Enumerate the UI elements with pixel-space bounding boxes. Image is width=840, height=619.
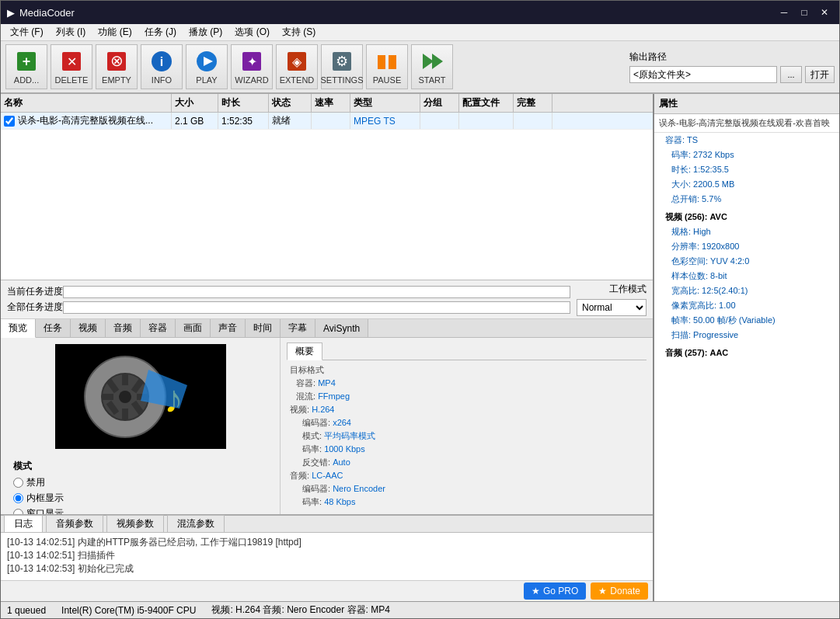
- col-header-type: 类型: [350, 94, 420, 112]
- prop-profile: 规格: High: [654, 224, 839, 239]
- mode-window-radio[interactable]: [13, 509, 23, 514]
- menu-options[interactable]: 选项 (O): [228, 24, 276, 40]
- add-button[interactable]: + ADD...: [5, 44, 47, 89]
- wizard-label: WIZARD: [235, 75, 268, 85]
- log-entry-1: [10-13 14:02:51] 内建的HTTP服务器已经启动, 工作于端口19…: [7, 536, 647, 549]
- log-entry-3: [10-13 14:02:53] 初始化已完成: [7, 562, 647, 576]
- file-checkbox[interactable]: [4, 116, 15, 127]
- output-browse-button[interactable]: ...: [780, 66, 802, 83]
- maximize-button[interactable]: □: [796, 4, 813, 21]
- mode-disabled-label: 禁用: [26, 476, 45, 489]
- summary-panel: 概要 目标格式 容器: MP4 混流:: [281, 338, 653, 514]
- svg-rect-16: [378, 55, 385, 69]
- tab-video[interactable]: 视频: [71, 319, 106, 337]
- summary-audio-encoder-value: Nero Encoder: [333, 484, 385, 493]
- tab-subtitle[interactable]: 字幕: [281, 319, 315, 337]
- add-label: ADD...: [14, 75, 39, 85]
- extend-button[interactable]: ◈ EXTEND: [276, 44, 318, 89]
- target-format-label: 目标格式: [290, 365, 324, 374]
- log-area: 日志 音频参数 视频参数 混流参数 [10-13 14:02:51] 内建的HT…: [1, 514, 653, 601]
- mode-inframe-radio[interactable]: [13, 493, 23, 503]
- col-header-complete: 完整: [514, 94, 552, 112]
- menu-function[interactable]: 功能 (E): [92, 24, 138, 40]
- minimize-button[interactable]: ─: [776, 4, 793, 21]
- output-path-input[interactable]: [629, 66, 777, 83]
- col-header-name: 名称: [1, 94, 172, 112]
- tab-time[interactable]: 时间: [246, 319, 281, 337]
- tab-task[interactable]: 任务: [36, 319, 71, 337]
- svg-text:⚙: ⚙: [336, 54, 348, 69]
- summary-arc-label: 反交错:: [302, 457, 330, 467]
- close-button[interactable]: ✕: [816, 4, 833, 21]
- work-mode-section: 工作模式 Normal Batch Watch: [577, 283, 647, 316]
- col-header-speed: 速率: [312, 94, 350, 112]
- mode-disabled-radio[interactable]: [13, 478, 23, 488]
- col-header-size: 大小: [172, 94, 218, 112]
- menu-task[interactable]: 任务 (J): [138, 24, 183, 40]
- total-progress-label: 全部任务进度: [7, 301, 60, 314]
- log-tab-video-params[interactable]: 视频参数: [106, 515, 164, 532]
- log-tab-mux-params[interactable]: 混流参数: [167, 515, 225, 532]
- start-button[interactable]: START: [411, 44, 453, 89]
- play-button[interactable]: PLAY: [186, 44, 228, 89]
- tab-audio[interactable]: 音频: [106, 319, 141, 337]
- prop-audio-section: 音频 (257): AAC: [654, 346, 839, 360]
- app-icon: ▶: [7, 7, 15, 19]
- settings-icon: ⚙: [329, 49, 354, 74]
- menu-play[interactable]: 播放 (P): [183, 24, 228, 40]
- settings-label: SETTINGS: [321, 75, 364, 85]
- pause-button[interactable]: PAUSE: [366, 44, 408, 89]
- delete-label: DELETE: [55, 75, 89, 85]
- col-header-duration: 时长: [218, 94, 269, 112]
- empty-button[interactable]: ⊗ EMPTY: [96, 44, 138, 89]
- tab-preview[interactable]: 预览: [1, 319, 36, 338]
- svg-text:✕: ✕: [67, 55, 77, 68]
- log-content: [10-13 14:02:51] 内建的HTTP服务器已经启动, 工作于端口19…: [1, 533, 653, 580]
- prop-size: 大小: 2200.5 MB: [654, 177, 839, 192]
- summary-audio-bitrate-value: 48 Kbps: [324, 497, 355, 506]
- play-label: PLAY: [196, 75, 217, 85]
- file-config-cell: [459, 113, 514, 129]
- summary-video-section: 视频:: [290, 405, 309, 414]
- tab-container[interactable]: 容器: [141, 319, 176, 337]
- log-tab-audio-params[interactable]: 音频参数: [46, 515, 103, 532]
- info-icon: i: [149, 49, 174, 74]
- summary-video-encoder-value: x264: [333, 418, 351, 427]
- svg-rect-17: [389, 55, 396, 69]
- summary-arc-value: Auto: [333, 457, 350, 467]
- tab-sound[interactable]: 声音: [211, 319, 246, 337]
- donate-star-icon: ★: [598, 586, 607, 596]
- svg-text:i: i: [160, 55, 163, 68]
- menu-file[interactable]: 文件 (F): [4, 24, 50, 40]
- start-label: START: [418, 75, 445, 85]
- wizard-button[interactable]: ✦ WIZARD: [231, 44, 273, 89]
- gopro-button[interactable]: ★ Go PRO: [524, 582, 586, 600]
- settings-button[interactable]: ⚙ SETTINGS: [321, 44, 363, 89]
- menu-list[interactable]: 列表 (I): [50, 24, 92, 40]
- file-duration-cell: 1:52:35: [218, 113, 269, 129]
- svg-text:✦: ✦: [247, 55, 257, 68]
- tab-avisynth[interactable]: AviSynth: [315, 319, 368, 337]
- status-queued: 1 queued: [7, 605, 46, 616]
- summary-tab[interactable]: 概要: [287, 343, 322, 360]
- summary-video-bitrate-label: 码率:: [302, 444, 322, 454]
- table-row[interactable]: 误杀-电影-高清完整版视频在线... 2.1 GB 1:52:35 就绪 MPE…: [1, 113, 653, 130]
- wizard-icon: ✦: [239, 49, 264, 74]
- work-mode-select[interactable]: Normal Batch Watch: [577, 299, 647, 316]
- donate-button[interactable]: ★ Donate: [591, 582, 648, 600]
- file-name-cell: 误杀-电影-高清完整版视频在线...: [1, 113, 172, 129]
- menu-support[interactable]: 支持 (S): [276, 24, 322, 40]
- title-bar-controls: ─ □ ✕: [776, 4, 833, 21]
- tab-picture[interactable]: 画面: [176, 319, 211, 337]
- delete-button[interactable]: ✕ DELETE: [51, 44, 92, 89]
- svg-marker-19: [432, 54, 443, 69]
- title-bar-left: ▶ MediaCoder: [7, 7, 75, 19]
- progress-area: 当前任务进度 全部任务进度 工作模式 Nor: [1, 280, 653, 319]
- info-button[interactable]: i INFO: [141, 44, 183, 89]
- file-size-cell: 2.1 GB: [172, 113, 218, 129]
- log-tab-log[interactable]: 日志: [4, 515, 43, 532]
- summary-muxer-value: FFmpeg: [318, 391, 350, 401]
- mode-disabled-row: 禁用: [13, 476, 267, 489]
- start-icon: [420, 49, 444, 74]
- output-open-button[interactable]: 打开: [805, 66, 835, 83]
